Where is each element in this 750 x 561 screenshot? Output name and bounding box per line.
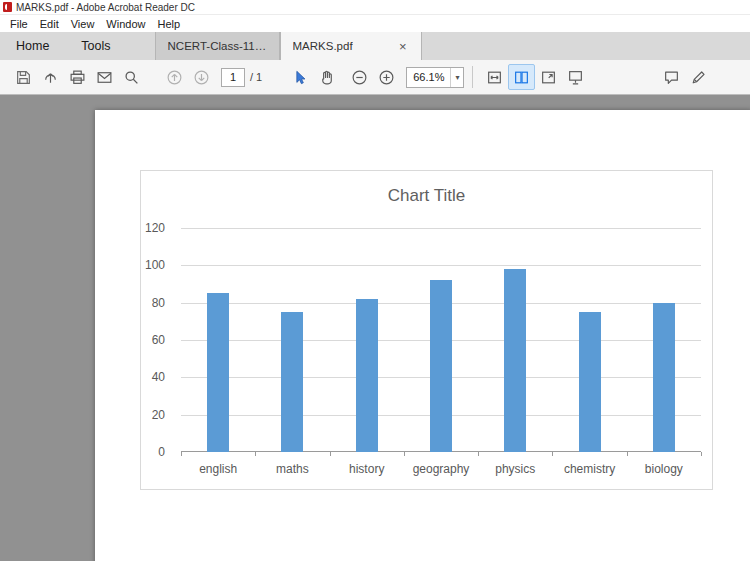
zoom-out-icon: [351, 69, 368, 86]
y-axis-labels: 020406080100120: [141, 228, 173, 452]
print-icon: [69, 69, 86, 86]
presentation-button[interactable]: [562, 64, 589, 90]
zoom-out-button[interactable]: [346, 64, 373, 90]
previous-page-button[interactable]: [161, 64, 188, 90]
page-count-label: / 1: [250, 71, 262, 83]
previous-page-icon: [166, 69, 183, 86]
y-axis-label: 20: [152, 408, 165, 422]
hand-tool-icon: [318, 69, 335, 86]
bar: [356, 299, 378, 452]
y-axis-label: 80: [152, 296, 165, 310]
x-axis-label: history: [330, 462, 404, 476]
bar: [281, 312, 303, 452]
page-view-button[interactable]: [508, 64, 535, 90]
axis-tick: [330, 452, 331, 456]
hand-tool-button[interactable]: [313, 64, 340, 90]
bar: [504, 269, 526, 452]
doc-tab-label: NCERT-Class-11-Ec...: [168, 40, 267, 52]
menu-file[interactable]: File: [4, 18, 34, 30]
doc-tab-marks[interactable]: MARKS.pdf ×: [280, 32, 422, 60]
y-axis-label: 120: [145, 221, 165, 235]
save-icon: [15, 69, 32, 86]
comment-button[interactable]: [658, 64, 685, 90]
email-button[interactable]: [91, 64, 118, 90]
tab-bar: Home Tools NCERT-Class-11-Ec... MARKS.pd…: [0, 32, 750, 60]
fullscreen-icon: [540, 69, 557, 86]
doc-tab-label: MARKS.pdf: [293, 40, 353, 52]
comment-icon: [663, 69, 680, 86]
tab-home[interactable]: Home: [0, 32, 65, 60]
x-axis-labels: englishmathshistorygeographyphysicschemi…: [181, 460, 701, 478]
next-page-icon: [193, 69, 210, 86]
x-axis-label: chemistry: [552, 462, 626, 476]
x-axis-label: maths: [255, 462, 329, 476]
menu-help[interactable]: Help: [151, 18, 186, 30]
axis-tick: [627, 452, 628, 456]
fit-width-button[interactable]: [481, 64, 508, 90]
y-axis-label: 0: [158, 445, 165, 459]
titlebar: MARKS.pdf - Adobe Acrobat Reader DC: [0, 0, 750, 15]
application-window: MARKS.pdf - Adobe Acrobat Reader DC File…: [0, 0, 750, 561]
pdf-page: Chart Title 020406080100120 englishmaths…: [95, 110, 750, 561]
page-view-icon: [513, 69, 530, 86]
x-axis-label: biology: [627, 462, 701, 476]
page-number-input[interactable]: 1: [221, 68, 245, 87]
plot-area: [181, 228, 701, 452]
gridline: [181, 228, 701, 229]
close-tab-icon[interactable]: ×: [397, 40, 409, 53]
menu-edit[interactable]: Edit: [34, 18, 65, 30]
zoom-level-select[interactable]: 66.1% ▾: [406, 67, 464, 88]
pencil-button[interactable]: [685, 64, 712, 90]
bar: [430, 280, 452, 452]
axis-tick: [478, 452, 479, 456]
bar: [207, 293, 229, 452]
chart-title: Chart Title: [141, 186, 712, 206]
axis-tick: [404, 452, 405, 456]
axis-tick: [181, 452, 182, 456]
zoom-in-button[interactable]: [373, 64, 400, 90]
document-area[interactable]: Chart Title 020406080100120 englishmaths…: [0, 95, 750, 561]
fit-width-icon: [486, 69, 503, 86]
select-tool-icon: [291, 69, 308, 86]
axis-tick: [255, 452, 256, 456]
y-axis-label: 60: [152, 333, 165, 347]
bar: [579, 312, 601, 452]
search-icon: [123, 69, 140, 86]
axis-tick: [552, 452, 553, 456]
y-axis-label: 100: [145, 258, 165, 272]
zoom-value: 66.1%: [407, 71, 450, 83]
x-axis-label: english: [181, 462, 255, 476]
share-icon: [42, 69, 59, 86]
acrobat-logo-icon: [3, 2, 12, 12]
tab-tools[interactable]: Tools: [65, 32, 126, 60]
menu-window[interactable]: Window: [100, 18, 151, 30]
x-axis-label: geography: [404, 462, 478, 476]
bar: [653, 303, 675, 452]
next-page-button[interactable]: [188, 64, 215, 90]
fullscreen-button[interactable]: [535, 64, 562, 90]
pencil-icon: [690, 69, 707, 86]
print-button[interactable]: [64, 64, 91, 90]
search-button[interactable]: [118, 64, 145, 90]
zoom-in-icon: [378, 69, 395, 86]
y-axis-label: 40: [152, 370, 165, 384]
axis-tick: [701, 452, 702, 456]
menu-view[interactable]: View: [65, 18, 101, 30]
doc-tab-ncert[interactable]: NCERT-Class-11-Ec...: [155, 32, 280, 60]
presentation-icon: [567, 69, 584, 86]
toolbar-separator: [472, 66, 473, 88]
chevron-down-icon: ▾: [450, 68, 463, 87]
menubar: File Edit View Window Help: [0, 15, 750, 32]
select-tool-button[interactable]: [286, 64, 313, 90]
toolbar: 1 / 1 66.1% ▾: [0, 60, 750, 95]
x-axis-label: physics: [478, 462, 552, 476]
save-button[interactable]: [10, 64, 37, 90]
gridline: [181, 265, 701, 266]
chart: Chart Title 020406080100120 englishmaths…: [140, 170, 713, 490]
email-icon: [96, 69, 113, 86]
window-title: MARKS.pdf - Adobe Acrobat Reader DC: [16, 2, 195, 13]
share-button[interactable]: [37, 64, 64, 90]
